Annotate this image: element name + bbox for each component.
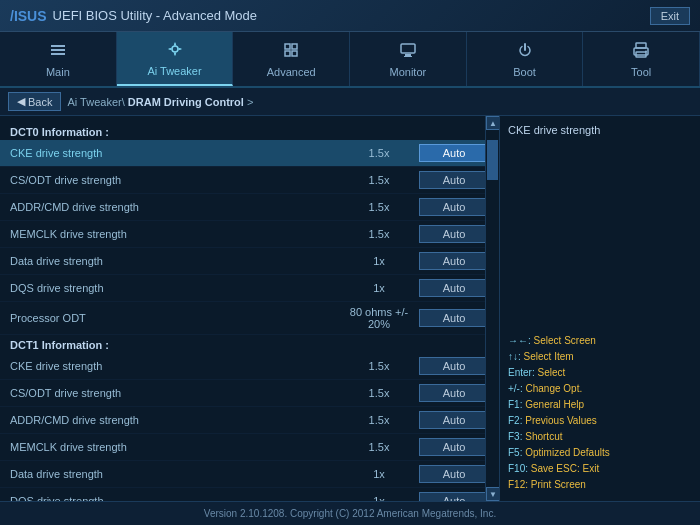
setting-name: MEMCLK drive strength (10, 441, 339, 453)
setting-auto-button[interactable]: Auto (419, 198, 489, 216)
setting-row[interactable]: Data drive strength1xAuto (0, 461, 499, 488)
setting-row[interactable]: CS/ODT drive strength1.5xAuto (0, 167, 499, 194)
shortcut-key: F2: (508, 415, 525, 426)
setting-value: 1x (339, 468, 419, 480)
shortcut-line: +/-: Change Opt. (508, 381, 692, 397)
setting-value: 80 ohms +/- 20% (339, 306, 419, 330)
scroll-thumb[interactable] (487, 140, 498, 180)
nav-tab-boot[interactable]: Boot (467, 32, 584, 86)
setting-auto-button[interactable]: Auto (419, 225, 489, 243)
shortcut-desc: Select (537, 367, 565, 378)
svg-rect-7 (292, 51, 297, 56)
shortcut-key: +/-: (508, 383, 526, 394)
shortcut-desc: Select Screen (534, 335, 596, 346)
setting-auto-button[interactable]: Auto (419, 438, 489, 456)
shortcut-key: F5: (508, 447, 525, 458)
section-title: DCT0 Information : (0, 122, 499, 140)
setting-row[interactable]: ADDR/CMD drive strength1.5xAuto (0, 194, 499, 221)
setting-name: ADDR/CMD drive strength (10, 414, 339, 426)
scrollbar[interactable]: ▲ ▼ (485, 116, 499, 501)
shortcuts: →←: Select Screen↑↓: Select ItemEnter: S… (508, 333, 692, 493)
shortcut-line: →←: Select Screen (508, 333, 692, 349)
setting-row[interactable]: CS/ODT drive strength1.5xAuto (0, 380, 499, 407)
shortcut-line: ↑↓: Select Item (508, 349, 692, 365)
main-content: DCT0 Information :CKE drive strength1.5x… (0, 116, 700, 501)
left-panel: DCT0 Information :CKE drive strength1.5x… (0, 116, 500, 501)
setting-auto-button[interactable]: Auto (419, 252, 489, 270)
shortcut-desc: Shortcut (525, 431, 562, 442)
setting-row[interactable]: Processor ODT80 ohms +/- 20%Auto (0, 302, 499, 335)
setting-auto-button[interactable]: Auto (419, 171, 489, 189)
shortcut-line: F1: General Help (508, 397, 692, 413)
setting-auto-button[interactable]: Auto (419, 144, 489, 162)
shortcut-desc: Select Item (524, 351, 574, 362)
setting-value: 1.5x (339, 441, 419, 453)
footer: Version 2.10.1208. Copyright (C) 2012 Am… (0, 501, 700, 525)
setting-row[interactable]: CKE drive strength1.5xAuto (0, 353, 499, 380)
shortcut-key: ↑↓: (508, 351, 524, 362)
setting-row[interactable]: CKE drive strength1.5xAuto (0, 140, 499, 167)
monitor-tab-label: Monitor (390, 66, 427, 78)
setting-row[interactable]: Data drive strength1xAuto (0, 248, 499, 275)
setting-name: CS/ODT drive strength (10, 387, 339, 399)
main-tab-label: Main (46, 66, 70, 78)
setting-name: ADDR/CMD drive strength (10, 201, 339, 213)
back-button[interactable]: ◀ Back (8, 92, 61, 111)
shortcut-desc: Change Opt. (526, 383, 583, 394)
advanced-tab-label: Advanced (267, 66, 316, 78)
setting-value: 1x (339, 495, 419, 501)
nav-tab-advanced[interactable]: Advanced (233, 32, 350, 86)
setting-name: Processor ODT (10, 312, 339, 324)
setting-auto-button[interactable]: Auto (419, 411, 489, 429)
setting-name: CS/ODT drive strength (10, 174, 339, 186)
nav-tab-tool[interactable]: Tool (583, 32, 700, 86)
shortcut-key: F10: (508, 463, 531, 474)
shortcut-line: F2: Previous Values (508, 413, 692, 429)
setting-value: 1.5x (339, 414, 419, 426)
shortcut-key: →←: (508, 335, 534, 346)
main-tab-icon (49, 41, 67, 63)
section-title: DCT1 Information : (0, 335, 499, 353)
nav-tab-main[interactable]: Main (0, 32, 117, 86)
nav-tab-monitor[interactable]: Monitor (350, 32, 467, 86)
setting-row[interactable]: DQS drive strength1xAuto (0, 275, 499, 302)
help-text: CKE drive strength (508, 124, 692, 136)
setting-row[interactable]: MEMCLK drive strength1.5xAuto (0, 434, 499, 461)
setting-value: 1.5x (339, 387, 419, 399)
shortcut-line: Enter: Select (508, 365, 692, 381)
setting-auto-button[interactable]: Auto (419, 492, 489, 501)
setting-auto-button[interactable]: Auto (419, 384, 489, 402)
shortcut-key: F3: (508, 431, 525, 442)
shortcut-key: F12: (508, 479, 531, 490)
setting-row[interactable]: MEMCLK drive strength1.5xAuto (0, 221, 499, 248)
advanced-tab-icon (282, 41, 300, 63)
svg-rect-0 (51, 45, 65, 47)
svg-rect-6 (285, 51, 290, 56)
svg-rect-2 (51, 53, 65, 55)
nav-tab-ai-tweaker[interactable]: Ai Tweaker (117, 32, 234, 86)
setting-row[interactable]: ADDR/CMD drive strength1.5xAuto (0, 407, 499, 434)
svg-rect-5 (292, 44, 297, 49)
tool-tab-icon (632, 41, 650, 63)
footer-text: Version 2.10.1208. Copyright (C) 2012 Am… (204, 508, 496, 519)
setting-value: 1.5x (339, 147, 419, 159)
svg-rect-9 (405, 54, 411, 56)
scroll-up[interactable]: ▲ (486, 116, 500, 130)
nav-tabs: MainAi TweakerAdvancedMonitorBootTool (0, 32, 700, 88)
boot-tab-icon (516, 41, 534, 63)
setting-row[interactable]: DQS drive strength1xAuto (0, 488, 499, 501)
shortcut-line: F12: Print Screen (508, 477, 692, 493)
setting-name: DQS drive strength (10, 282, 339, 294)
setting-auto-button[interactable]: Auto (419, 465, 489, 483)
setting-value: 1x (339, 255, 419, 267)
setting-value: 1.5x (339, 174, 419, 186)
setting-name: CKE drive strength (10, 147, 339, 159)
setting-auto-button[interactable]: Auto (419, 309, 489, 327)
shortcut-line: F3: Shortcut (508, 429, 692, 445)
ai-tweaker-tab-label: Ai Tweaker (147, 65, 201, 77)
setting-auto-button[interactable]: Auto (419, 357, 489, 375)
setting-auto-button[interactable]: Auto (419, 279, 489, 297)
exit-button[interactable]: Exit (650, 7, 690, 25)
scroll-down[interactable]: ▼ (486, 487, 500, 501)
setting-name: CKE drive strength (10, 360, 339, 372)
